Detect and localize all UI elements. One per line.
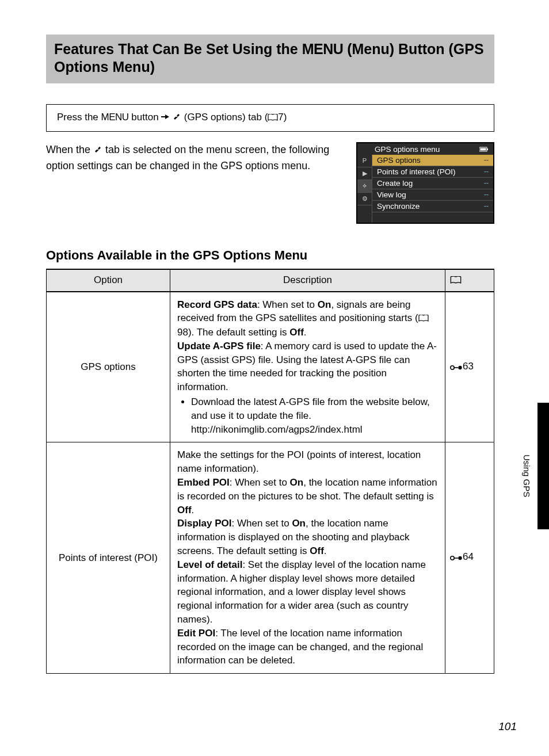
desc-text: . <box>192 505 195 516</box>
satellite-icon <box>172 112 181 124</box>
desc-term: Off <box>289 327 304 338</box>
screen-row: View log-- <box>372 189 493 201</box>
book-icon <box>450 275 462 287</box>
battery-icon <box>479 145 489 154</box>
desc-text: : When set to <box>231 518 292 529</box>
book-icon <box>418 312 429 326</box>
ref-num: 63 <box>463 361 474 372</box>
screen-row: Synchronize-- <box>372 201 493 212</box>
cell-description: Record GPS data: When set to On, signals… <box>170 292 445 442</box>
th-option: Option <box>47 269 170 292</box>
svg-rect-2 <box>481 148 486 150</box>
intro-l1a: When the <box>46 144 93 155</box>
desc-term: Off <box>310 545 324 556</box>
screen-row: Points of interest (POI)-- <box>372 166 493 178</box>
desc-bullet: Download the latest A-GPS file from the … <box>191 395 438 436</box>
desc-term: On <box>290 477 304 488</box>
th-description: Description <box>170 269 445 292</box>
screen-tab-gps: ✧ <box>357 180 372 193</box>
title-menu-word: MENU <box>302 41 344 57</box>
screen-tab-setup: ⚙ <box>357 193 372 205</box>
screen-row-label: Create log <box>377 179 413 188</box>
screen-row-val: -- <box>484 179 489 187</box>
screen-tab-p: P <box>357 155 372 167</box>
screen-tab-play: ▶ <box>357 167 372 180</box>
desc-term: Off <box>177 505 192 516</box>
instr-mid1: button <box>129 112 162 123</box>
desc-text: 98). The default setting is <box>177 327 289 338</box>
desc-text: . <box>324 545 327 556</box>
arrow-right-icon <box>161 112 169 123</box>
desc-term: On <box>318 299 331 310</box>
cell-option: Points of interest (POI) <box>47 442 170 674</box>
page-number: 101 <box>498 720 517 733</box>
desc-term: Edit POI <box>177 628 215 639</box>
instr-page-ref: 7 <box>278 112 283 123</box>
intro-paragraph: When the tab is selected on the menu scr… <box>46 142 341 224</box>
svg-point-6 <box>451 556 454 560</box>
screen-row: GPS options-- <box>372 155 493 166</box>
ref-num: 64 <box>463 551 474 562</box>
desc-text: Make the settings for the POI (points of… <box>177 449 421 474</box>
page-title: Features That Can Be Set Using the MENU … <box>46 35 494 83</box>
desc-term: Embed POI <box>177 477 230 488</box>
instruction-box: Press the MENU button (GPS options) tab … <box>46 104 494 132</box>
screen-row-label: Points of interest (POI) <box>377 167 456 176</box>
svg-point-5 <box>458 365 462 369</box>
cell-reference: 64 <box>445 442 494 674</box>
camera-screen-mock: GPS options menu P ▶ ✧ ⚙ GPS options-- P… <box>356 142 494 224</box>
cell-description: Make the settings for the POI (points of… <box>170 442 445 674</box>
screen-row-val: -- <box>484 190 489 198</box>
screen-row-val: -- <box>484 156 489 164</box>
svg-point-3 <box>451 365 454 369</box>
book-icon <box>268 112 278 124</box>
desc-text: : When set to <box>257 299 318 310</box>
desc-term: Update A-GPS file <box>177 341 261 352</box>
cell-option: GPS options <box>47 292 170 442</box>
desc-text: : When set to <box>230 477 290 488</box>
desc-term: On <box>292 518 306 529</box>
cell-reference: 63 <box>445 292 494 442</box>
desc-term: Display POI <box>177 518 231 529</box>
table-row: Points of interest (POI) Make the settin… <box>47 442 494 674</box>
screen-menu-list: GPS options-- Points of interest (POI)--… <box>372 155 493 223</box>
desc-term: Level of detail <box>177 559 242 570</box>
desc-url: http://nikonimglib.com/agps2/index.html <box>191 424 363 435</box>
th-reference <box>445 269 494 292</box>
instr-prefix: Press the <box>57 112 101 123</box>
table-row: GPS options Record GPS data: When set to… <box>47 292 494 442</box>
screen-row-val: -- <box>484 202 489 210</box>
screen-row-label: GPS options <box>377 156 421 165</box>
svg-rect-1 <box>487 148 488 150</box>
thumb-tab <box>537 403 549 529</box>
desc-term: Record GPS data <box>177 299 257 310</box>
instr-suffix: ) <box>284 112 287 123</box>
instr-mid2: (GPS options) tab ( <box>181 112 268 123</box>
screen-tab-strip: P ▶ ✧ ⚙ <box>357 155 372 223</box>
section-label: Using GPS <box>522 455 532 497</box>
desc-text: . <box>304 327 307 338</box>
screen-row-label: View log <box>377 190 406 199</box>
svg-point-8 <box>458 556 462 560</box>
options-table: Option Description GPS options Record GP… <box>46 269 494 674</box>
screen-row: Create log-- <box>372 178 493 189</box>
key-icon <box>450 552 463 566</box>
desc-bullet-text: Download the latest A-GPS file from the … <box>191 396 430 421</box>
screen-title: GPS options menu <box>375 145 440 154</box>
key-icon <box>450 361 463 375</box>
satellite-icon <box>93 143 102 158</box>
screen-row-val: -- <box>484 167 489 175</box>
instr-menu-word: MENU <box>101 112 129 123</box>
title-prefix: Features That Can Be Set Using the <box>54 41 302 57</box>
screen-row-label: Synchronize <box>377 202 420 211</box>
subheading: Options Available in the GPS Options Men… <box>46 248 494 263</box>
